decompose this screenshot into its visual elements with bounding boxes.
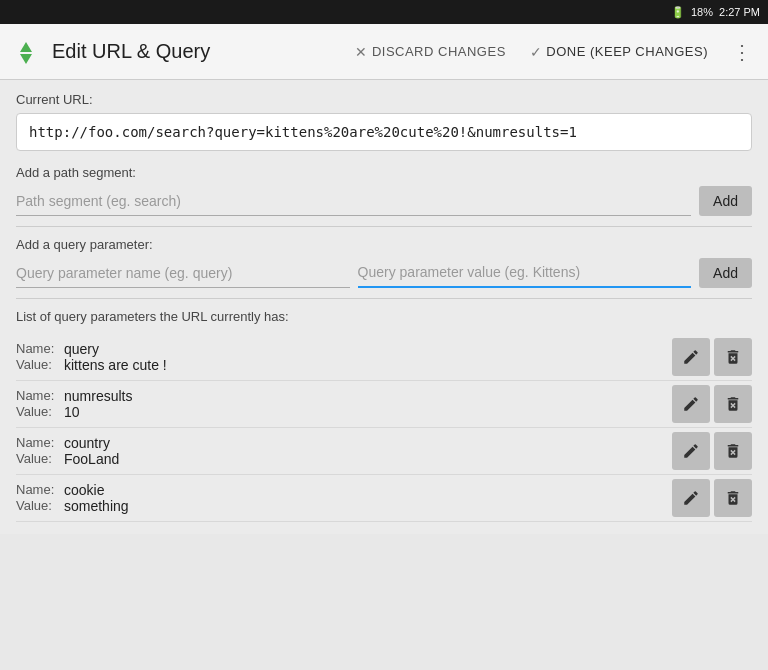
param-value-line: Value: something [16,498,672,514]
table-row: Name: country Value: FooLand [16,428,752,475]
param-name-value: country [64,435,110,451]
edit-button[interactable] [672,432,710,470]
path-segment-add-button[interactable]: Add [699,186,752,216]
param-list-label: List of query parameters the URL current… [16,309,752,324]
arrows-icon [12,38,40,66]
battery-icon: 🔋 [671,6,685,19]
param-value-value: kittens are cute ! [64,357,167,373]
edit-button[interactable] [672,385,710,423]
param-name-value: cookie [64,482,104,498]
name-label: Name: [16,435,60,451]
value-label: Value: [16,404,60,420]
pencil-icon [682,442,700,460]
path-segment-input[interactable] [16,187,691,216]
edit-button[interactable] [672,479,710,517]
param-actions [672,479,752,517]
param-name-value: numresults [64,388,132,404]
param-name-value: query [64,341,99,357]
param-value-line: Value: FooLand [16,451,672,467]
param-info: Name: country Value: FooLand [16,435,672,467]
param-name-line: Name: query [16,341,672,357]
name-label: Name: [16,341,60,357]
delete-button[interactable] [714,385,752,423]
discard-changes-button[interactable]: ✕ DISCARD CHANGES [347,38,513,66]
param-value-value: something [64,498,129,514]
delete-button[interactable] [714,479,752,517]
name-label: Name: [16,482,60,498]
trash-icon [724,489,742,507]
query-param-add-button[interactable]: Add [699,258,752,288]
divider-1 [16,226,752,227]
param-info: Name: numresults Value: 10 [16,388,672,420]
toolbar: Edit URL & Query ✕ DISCARD CHANGES ✓ DON… [0,24,768,80]
param-actions [672,432,752,470]
pencil-icon [682,395,700,413]
query-param-row: Add [16,258,752,288]
param-info: Name: cookie Value: something [16,482,672,514]
trash-icon [724,442,742,460]
table-row: Name: numresults Value: 10 [16,381,752,428]
query-param-value-input[interactable] [358,258,692,288]
current-url-label: Current URL: [16,92,752,107]
param-info: Name: query Value: kittens are cute ! [16,341,672,373]
value-label: Value: [16,498,60,514]
param-name-line: Name: country [16,435,672,451]
done-label: DONE (KEEP CHANGES) [546,44,708,59]
svg-marker-1 [20,54,32,64]
page-title: Edit URL & Query [52,40,339,63]
path-segment-row: Add [16,186,752,216]
divider-2 [16,298,752,299]
delete-button[interactable] [714,432,752,470]
param-name-line: Name: numresults [16,388,672,404]
edit-button[interactable] [672,338,710,376]
check-icon: ✓ [530,44,543,60]
param-list: Name: query Value: kittens are cute ! Na… [16,334,752,522]
param-actions [672,385,752,423]
value-label: Value: [16,451,60,467]
status-bar: 🔋 18% 2:27 PM [0,0,768,24]
param-value-line: Value: 10 [16,404,672,420]
table-row: Name: cookie Value: something [16,475,752,522]
table-row: Name: query Value: kittens are cute ! [16,334,752,381]
more-options-button[interactable]: ⋮ [724,36,760,68]
delete-button[interactable] [714,338,752,376]
pencil-icon [682,489,700,507]
query-param-label: Add a query parameter: [16,237,752,252]
query-param-name-input[interactable] [16,259,350,288]
battery-level: 18% [691,6,713,18]
path-segment-label: Add a path segment: [16,165,752,180]
current-url-value: http://foo.com/search?query=kittens%20ar… [16,113,752,151]
param-actions [672,338,752,376]
param-value-line: Value: kittens are cute ! [16,357,672,373]
up-down-icon-button[interactable] [8,34,44,70]
main-content: Current URL: http://foo.com/search?query… [0,80,768,534]
pencil-icon [682,348,700,366]
trash-icon [724,395,742,413]
param-name-line: Name: cookie [16,482,672,498]
discard-label: DISCARD CHANGES [372,44,506,59]
trash-icon [724,348,742,366]
clock: 2:27 PM [719,6,760,18]
x-icon: ✕ [355,44,368,60]
name-label: Name: [16,388,60,404]
value-label: Value: [16,357,60,373]
param-value-value: 10 [64,404,80,420]
svg-marker-0 [20,42,32,52]
param-value-value: FooLand [64,451,119,467]
done-button[interactable]: ✓ DONE (KEEP CHANGES) [522,38,716,66]
